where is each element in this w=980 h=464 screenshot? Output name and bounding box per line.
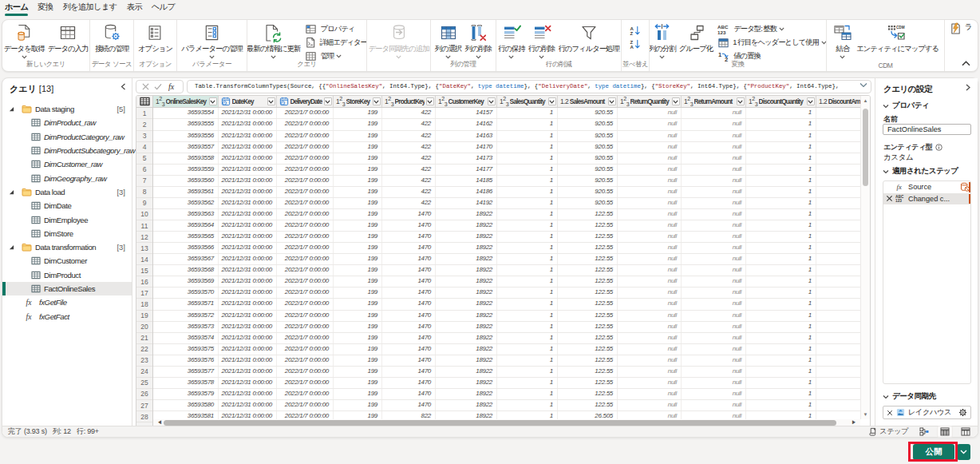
table-cell[interactable]: [816, 209, 860, 220]
column-header-DateKey[interactable]: DateKey: [219, 96, 277, 107]
queries-pane-collapse-button[interactable]: [121, 83, 126, 90]
table-cell[interactable]: null: [618, 153, 682, 164]
table-cell[interactable]: null: [682, 333, 746, 343]
table-cell[interactable]: 36593560: [153, 176, 219, 186]
table-cell[interactable]: 36593563: [153, 209, 219, 220]
table-cell[interactable]: 2021/12/31 0:00:00: [219, 165, 277, 175]
table-cell[interactable]: 18922: [436, 232, 497, 242]
column-type-num-icon[interactable]: 123: [500, 96, 508, 107]
table-cell[interactable]: [816, 333, 860, 343]
table-cell[interactable]: 1470: [382, 243, 436, 253]
sort-az-button[interactable]: AZ: [628, 25, 642, 37]
table-cell[interactable]: 122.55: [558, 232, 618, 242]
table-cell[interactable]: 199: [334, 176, 382, 186]
table-cell[interactable]: 1: [746, 142, 816, 153]
table-cell[interactable]: 2021/12/31 0:00:00: [219, 131, 277, 141]
column-header-SalesQuantity[interactable]: 123SalesQuantity: [497, 96, 558, 107]
table-cell[interactable]: [816, 411, 860, 418]
scroll-down-arrow[interactable]: ▼: [861, 410, 870, 419]
table-cell[interactable]: 18922: [436, 311, 497, 321]
table-cell[interactable]: 2021/12/31 0:00:00: [219, 389, 277, 399]
menu-tab-4[interactable]: ヘルプ: [147, 0, 180, 15]
table-cell[interactable]: 1: [746, 333, 816, 343]
table-cell[interactable]: 1470: [382, 389, 436, 399]
ribbon-button[interactable]: 接続の管理: [93, 22, 130, 61]
table-cell[interactable]: 2022/1/7 0:00:00: [277, 131, 334, 141]
table-cell[interactable]: 2022/1/7 0:00:00: [277, 153, 334, 164]
row-number[interactable]: 26: [136, 389, 152, 400]
table-cell[interactable]: 1: [746, 411, 816, 418]
table-cell[interactable]: 14173: [436, 153, 497, 164]
table-cell[interactable]: [816, 378, 860, 388]
table-cell[interactable]: 36593568: [153, 265, 219, 276]
table-cell[interactable]: 2022/1/7 0:00:00: [277, 187, 334, 197]
table-cell[interactable]: null: [682, 367, 746, 377]
table-cell[interactable]: [816, 232, 860, 242]
table-cell[interactable]: 122.55: [558, 276, 618, 287]
row-number[interactable]: 18: [136, 299, 152, 310]
table-cell[interactable]: null: [682, 243, 746, 253]
table-cell[interactable]: 122.55: [558, 311, 618, 321]
table-cell[interactable]: null: [618, 165, 682, 175]
row-number[interactable]: 10: [136, 209, 152, 220]
table-cell[interactable]: 1470: [382, 322, 436, 332]
table-cell[interactable]: 122.55: [558, 389, 618, 399]
ribbon-button[interactable]: 1 行目をヘッダーとして使用: [717, 38, 827, 49]
table-cell[interactable]: 1: [497, 400, 558, 410]
table-cell[interactable]: null: [682, 131, 746, 141]
row-number[interactable]: 27: [136, 400, 152, 411]
table-cell[interactable]: null: [618, 220, 682, 231]
table-cell[interactable]: 1470: [382, 265, 436, 276]
table-cell[interactable]: 36593572: [153, 311, 219, 321]
table-cell[interactable]: 36593557: [153, 142, 219, 153]
table-cell[interactable]: [816, 119, 860, 129]
table-cell[interactable]: null: [618, 243, 682, 253]
table-cell[interactable]: null: [618, 265, 682, 276]
table-cell[interactable]: 1: [497, 299, 558, 309]
column-type-dec-icon[interactable]: 1.2: [560, 97, 568, 105]
table-cell[interactable]: 199: [334, 344, 382, 355]
table-cell[interactable]: 2021/12/31 0:00:00: [219, 322, 277, 332]
table-cell[interactable]: [816, 187, 860, 197]
table-cell[interactable]: null: [682, 378, 746, 388]
ribbon-button[interactable]: 列の選択: [433, 22, 464, 61]
table-cell[interactable]: 36593579: [153, 389, 219, 399]
table-cell[interactable]: 199: [334, 276, 382, 287]
table-cell[interactable]: 1470: [382, 378, 436, 388]
table-cell[interactable]: 122.55: [558, 378, 618, 388]
table-cell[interactable]: 2021/12/31 0:00:00: [219, 176, 277, 186]
table-cell[interactable]: 18922: [436, 265, 497, 276]
caret-expanded-icon[interactable]: [9, 189, 14, 195]
table-cell[interactable]: null: [618, 131, 682, 141]
table-cell[interactable]: 1: [497, 265, 558, 276]
column-header-ProductKey[interactable]: 123ProductKey: [382, 96, 436, 107]
table-cell[interactable]: 2021/12/31 0:00:00: [219, 243, 277, 253]
table-cell[interactable]: 1: [497, 153, 558, 164]
table-cell[interactable]: 36593559: [153, 165, 219, 175]
query-tree-item-DimStore[interactable]: DimStore: [2, 227, 132, 240]
table-cell[interactable]: [816, 311, 860, 321]
row-number[interactable]: 23: [136, 355, 152, 367]
table-cell[interactable]: 2021/12/31 0:00:00: [219, 288, 277, 298]
table-cell[interactable]: 36593573: [153, 322, 219, 332]
table-cell[interactable]: 422: [382, 153, 436, 164]
table-cell[interactable]: null: [682, 176, 746, 186]
table-cell[interactable]: 2022/1/7 0:00:00: [277, 232, 334, 242]
column-header-StoreKey[interactable]: 123StoreKey: [334, 96, 382, 107]
table-cell[interactable]: 14192: [436, 198, 497, 208]
table-cell[interactable]: null: [682, 288, 746, 298]
horizontal-scroll-thumb[interactable]: [164, 420, 836, 426]
table-cell[interactable]: 1470: [382, 355, 436, 366]
table-cell[interactable]: null: [618, 119, 682, 129]
table-cell[interactable]: 199: [334, 131, 382, 141]
formula-expand-button[interactable]: [858, 81, 869, 89]
table-cell[interactable]: 1: [746, 220, 816, 231]
query-tree-item-DimCustomer_raw[interactable]: DimCustomer_raw: [2, 157, 132, 171]
table-cell[interactable]: 36593555: [153, 119, 219, 129]
table-cell[interactable]: 36593578: [153, 378, 219, 388]
table-cell[interactable]: 422: [382, 187, 436, 197]
table-cell[interactable]: 1: [746, 119, 816, 129]
table-cell[interactable]: null: [682, 232, 746, 242]
table-cell[interactable]: 1: [746, 276, 816, 287]
table-cell[interactable]: 2022/1/7 0:00:00: [277, 355, 334, 366]
